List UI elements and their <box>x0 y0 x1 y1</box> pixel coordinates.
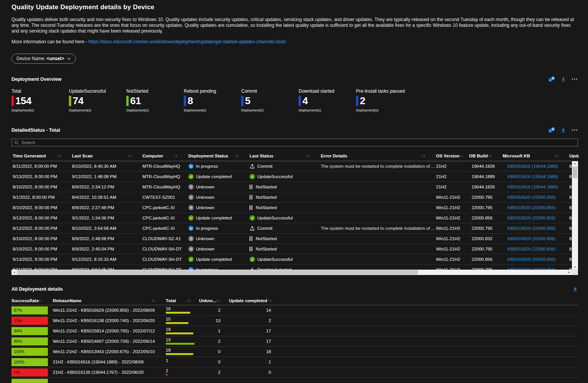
table-row[interactable]: 8/10/2022, 8:00:00 PM8/9/2022, 2:27:48 P… <box>11 203 578 213</box>
kb-link[interactable]: KB5016616 (19044.1889) <box>508 174 558 179</box>
cell-ob-build: 22000.795 <box>468 195 501 200</box>
table-row[interactable]: 8/10/2022, 8:00:00 PM8/9/2022, 2:45:04 P… <box>11 244 578 254</box>
column-header[interactable]: Computer↑↓ <box>141 154 187 158</box>
horizontal-scroll-thumb[interactable] <box>17 270 418 275</box>
table-row[interactable]: 100%21H2 - KB5016616 (19044.1889) - 2022… <box>11 357 578 367</box>
column-header[interactable]: Last Status↑↓ <box>248 154 320 158</box>
cell-microsoft-kb: KB5016629 (22000.856) <box>501 257 568 262</box>
docs-link[interactable]: https://docs.microsoft.com/en-us/windows… <box>88 39 286 44</box>
sort-arrows-icon[interactable]: ↑↓ <box>306 154 310 158</box>
last-status-label: UpdateSuccessful <box>257 257 293 262</box>
table-row[interactable]: 13%Win11-21H2 - KB5016138 (22000.740) - … <box>11 316 578 326</box>
sort-arrows-icon[interactable]: ↑↓ <box>488 154 492 158</box>
in-progress-icon: ↻ <box>188 226 194 231</box>
horizontal-scrollbar[interactable]: ◄ ► <box>11 270 572 275</box>
unknown-icon: ? <box>188 195 194 200</box>
scroll-left-arrow[interactable]: ◄ <box>11 270 17 275</box>
vertical-scroll-thumb[interactable] <box>573 167 577 178</box>
kpi-value-row: 61 <box>126 95 184 106</box>
table-row[interactable]: 87%Win11-21H2 - KB5016629 (22000.856) - … <box>11 305 578 316</box>
sort-arrows-icon[interactable]: ↑↓ <box>174 154 178 158</box>
sort-arrows-icon[interactable]: ↑↓ <box>128 154 132 158</box>
more-menu-icon[interactable]: ••• <box>572 129 578 131</box>
cell-ob-build: 22000.795 <box>468 226 501 231</box>
table-row[interactable]: 8/10/2022, 8:00:00 PM8/9/2022, 2:48:08 P… <box>11 234 578 244</box>
table-row[interactable]: 9/13/2022, 8:00:00 PM9/12/2022, 1:48:08 … <box>11 172 578 182</box>
table-row[interactable]: 8/11/2022, 8:00:00 PM8/10/2022, 8:45:30 … <box>11 161 578 172</box>
scroll-down-arrow[interactable]: ▼ <box>572 265 578 270</box>
deployment-status-label: Unknown <box>196 247 214 251</box>
scroll-up-arrow[interactable]: ▲ <box>572 161 578 166</box>
column-header[interactable]: Error Details↑↓ <box>320 154 435 158</box>
sort-arrows-icon[interactable]: ↑↓ <box>187 298 191 303</box>
table-row[interactable]: 9/13/2022, 8:00:00 PM9/1/2022, 1:34:36 P… <box>11 213 578 223</box>
kpi-value: 2 <box>360 95 365 107</box>
column-header[interactable]: Upda <box>568 154 579 158</box>
logs-query-icon[interactable] <box>549 127 555 133</box>
kb-link[interactable]: KB5016629 (22000.856) <box>508 216 555 220</box>
cell-release-name: 21H2 - KB5016139 (19044.1767) - 2022/06/… <box>51 370 165 375</box>
table-row[interactable]: 0%21H2 - KB5016139 (19044.1767) - 2022/0… <box>11 367 578 378</box>
search-box[interactable] <box>11 139 578 146</box>
detailed-title: DetailedStatus - Total <box>11 128 60 133</box>
cell-update-completed: 2 <box>221 318 272 323</box>
cell-release-name: Win11-21H2 - KB5015814 (22000.795) - 202… <box>51 329 165 333</box>
export-download-icon[interactable] <box>572 286 578 292</box>
last-status-label: Commit <box>257 164 273 169</box>
sort-arrows-icon[interactable]: ↑↓ <box>459 154 463 158</box>
export-download-icon[interactable] <box>560 76 566 82</box>
more-menu-icon[interactable]: ••• <box>572 78 578 80</box>
vertical-scrollbar[interactable]: ▲ ▼ <box>572 161 578 270</box>
kb-link[interactable]: KB5016629 (22000.856) <box>508 247 555 251</box>
table-row[interactable]: 94%Win11-21H2 - KB5015814 (22000.795) - … <box>11 326 578 336</box>
sort-arrows-icon[interactable]: ↑↓ <box>421 154 425 158</box>
kb-link[interactable]: KB5016629 (22000.856) <box>508 257 555 262</box>
cell-total: 18 <box>165 347 194 355</box>
cell-time-generated: 9/13/2022, 8:00:00 PM <box>11 257 71 262</box>
deployment-status-label: Unknown <box>196 195 214 200</box>
table-row[interactable]: 9/13/2022, 8:00:00 PM9/12/2022, 8:15:33 … <box>11 254 578 265</box>
device-name-filter[interactable]: Device Name: <unset> <box>11 54 76 64</box>
table-row[interactable]: 100%Win11-21H2 - KB5013943 (22000.675) -… <box>11 347 578 357</box>
sort-arrows-icon[interactable]: ↑↓ <box>216 298 220 303</box>
table-row-partial[interactable] <box>11 378 578 383</box>
sort-arrows-icon[interactable]: ↑↓ <box>151 298 155 303</box>
sort-arrows-icon[interactable]: ↑↓ <box>235 154 239 158</box>
column-header[interactable]: SuccessRate↑↓ <box>11 298 51 303</box>
cell-microsoft-kb: KB5016629 (22000.856) <box>501 195 568 200</box>
kb-link[interactable]: KB5016629 (22000.856) <box>508 236 555 241</box>
table-row[interactable]: 8/10/2022, 8:00:00 PM8/9/2022, 2:34:12 P… <box>11 182 578 192</box>
search-input[interactable] <box>21 140 575 145</box>
scroll-right-arrow[interactable]: ► <box>567 270 572 275</box>
sort-arrows-icon[interactable]: ↑↓ <box>555 154 559 158</box>
column-header[interactable]: OS Version↑↓ <box>435 154 468 158</box>
column-header[interactable]: Time Generated↑↓ <box>11 154 71 158</box>
column-header[interactable]: Unkno...↑↓ <box>194 298 221 303</box>
column-header[interactable]: Deployment Status↑↓ <box>187 154 248 158</box>
export-download-icon[interactable] <box>560 127 566 133</box>
column-header[interactable]: OB Build↑↓ <box>468 154 501 158</box>
column-header[interactable]: Update completed↑↓ <box>221 298 272 303</box>
logs-query-icon[interactable] <box>549 76 555 82</box>
table-row[interactable]: 8/12/2022, 8:00:00 PM8/10/2022, 3:54:58 … <box>11 223 578 234</box>
kb-link[interactable]: KB5016629 (22000.856) <box>508 195 555 200</box>
total-bar <box>166 353 193 355</box>
cell-success-rate: 89% <box>11 337 51 345</box>
last-status-label: UpdateSuccessful <box>257 174 293 179</box>
unknown-icon: ? <box>188 205 194 210</box>
column-header[interactable]: Total↑↓ <box>165 298 194 303</box>
table-row[interactable]: 89%Win11-21H2 - KB5014697 (22000.739) - … <box>11 336 578 347</box>
kb-link[interactable]: KB5016616 (19044.1889) <box>508 185 558 189</box>
column-header[interactable]: Last Scan↑↓ <box>71 154 141 158</box>
column-header[interactable]: ReleaseName↑↓ <box>51 298 165 303</box>
detailed-section-header: DetailedStatus - Total ••• <box>11 127 578 133</box>
kb-link[interactable]: KB5016616 (19044.1889) <box>508 164 558 169</box>
column-header[interactable]: Microsoft KB↑↓ <box>501 154 568 158</box>
table-row[interactable]: 9/1/2022, 8:00:00 PM8/4/2022, 10:28:51 A… <box>11 192 578 203</box>
sort-arrows-icon[interactable]: ↑↓ <box>268 298 272 303</box>
kb-link[interactable]: KB5016629 (22000.856) <box>508 226 555 231</box>
sort-arrows-icon[interactable]: ↑↓ <box>39 298 43 303</box>
column-header-label: Time Generated <box>13 154 46 158</box>
kb-link[interactable]: KB5016629 (22000.856) <box>508 205 555 210</box>
sort-arrows-icon[interactable]: ↑↓ <box>57 154 61 158</box>
